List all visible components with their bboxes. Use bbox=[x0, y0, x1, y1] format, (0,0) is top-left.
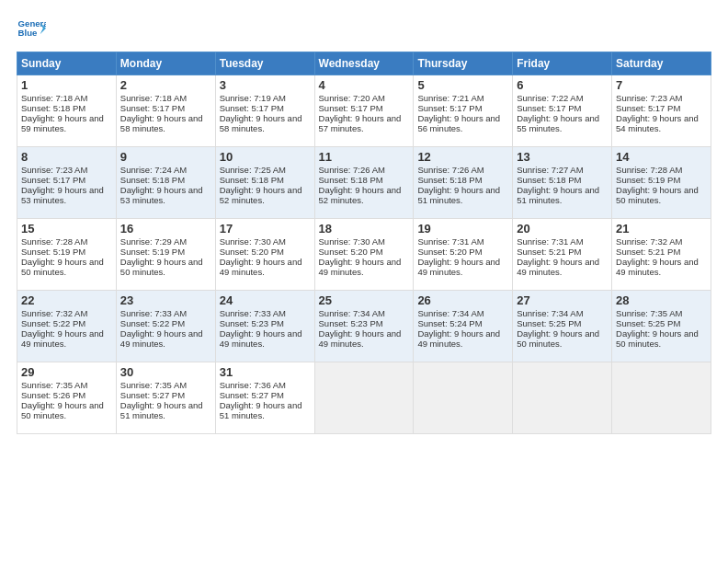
day-header-wednesday: Wednesday bbox=[314, 52, 414, 75]
day-number: 25 bbox=[319, 293, 410, 307]
sunset: Sunset: 5:25 PM bbox=[616, 318, 680, 328]
sunrise: Sunrise: 7:23 AM bbox=[616, 93, 682, 103]
sunrise: Sunrise: 7:35 AM bbox=[616, 308, 682, 318]
calendar-cell: 3Sunrise: 7:19 AMSunset: 5:17 PMDaylight… bbox=[215, 75, 314, 147]
daylight: Daylight: 9 hours and 58 minutes. bbox=[220, 113, 302, 133]
day-number: 16 bbox=[120, 222, 211, 236]
day-number: 3 bbox=[220, 78, 311, 92]
logo-icon: General Blue bbox=[17, 17, 46, 42]
day-number: 5 bbox=[417, 78, 508, 92]
sunrise: Sunrise: 7:35 AM bbox=[21, 380, 87, 390]
sunset: Sunset: 5:18 PM bbox=[120, 175, 185, 185]
daylight: Daylight: 9 hours and 49 minutes. bbox=[517, 257, 599, 277]
calendar-cell: 29Sunrise: 7:35 AMSunset: 5:26 PMDayligh… bbox=[17, 362, 117, 434]
sunset: Sunset: 5:23 PM bbox=[319, 318, 383, 328]
daylight: Daylight: 9 hours and 49 minutes. bbox=[616, 257, 699, 277]
sunset: Sunset: 5:26 PM bbox=[21, 390, 85, 400]
daylight: Daylight: 9 hours and 58 minutes. bbox=[120, 113, 203, 133]
sunset: Sunset: 5:17 PM bbox=[319, 103, 383, 113]
sunset: Sunset: 5:17 PM bbox=[517, 103, 581, 113]
day-header-saturday: Saturday bbox=[612, 52, 711, 75]
sunset: Sunset: 5:17 PM bbox=[417, 103, 482, 113]
day-number: 27 bbox=[517, 293, 608, 307]
calendar-week-5: 29Sunrise: 7:35 AMSunset: 5:26 PMDayligh… bbox=[17, 362, 711, 434]
day-number: 18 bbox=[319, 222, 410, 236]
day-number: 31 bbox=[220, 365, 311, 379]
day-number: 21 bbox=[616, 222, 707, 236]
day-number: 12 bbox=[417, 150, 508, 164]
sunset: Sunset: 5:21 PM bbox=[616, 247, 680, 257]
sunrise: Sunrise: 7:23 AM bbox=[21, 165, 87, 175]
sunrise: Sunrise: 7:30 AM bbox=[319, 236, 385, 247]
daylight: Daylight: 9 hours and 51 minutes. bbox=[220, 400, 302, 420]
sunset: Sunset: 5:24 PM bbox=[417, 318, 482, 328]
calendar-cell: 27Sunrise: 7:34 AMSunset: 5:25 PMDayligh… bbox=[513, 291, 612, 362]
sunrise: Sunrise: 7:29 AM bbox=[120, 236, 187, 247]
calendar-cell: 2Sunrise: 7:18 AMSunset: 5:17 PMDaylight… bbox=[116, 75, 215, 147]
calendar-cell: 10Sunrise: 7:25 AMSunset: 5:18 PMDayligh… bbox=[215, 147, 314, 219]
calendar-cell: 15Sunrise: 7:28 AMSunset: 5:19 PMDayligh… bbox=[17, 219, 117, 291]
calendar-cell: 21Sunrise: 7:32 AMSunset: 5:21 PMDayligh… bbox=[612, 219, 711, 291]
day-number: 26 bbox=[417, 293, 508, 307]
sunrise: Sunrise: 7:25 AM bbox=[220, 165, 286, 175]
sunrise: Sunrise: 7:27 AM bbox=[517, 165, 583, 175]
day-header-friday: Friday bbox=[513, 52, 612, 75]
sunset: Sunset: 5:18 PM bbox=[417, 175, 482, 185]
day-number: 19 bbox=[417, 222, 508, 236]
sunset: Sunset: 5:27 PM bbox=[220, 390, 284, 400]
calendar-cell bbox=[414, 362, 513, 434]
sunrise: Sunrise: 7:20 AM bbox=[319, 93, 385, 103]
calendar-cell: 23Sunrise: 7:33 AMSunset: 5:22 PMDayligh… bbox=[116, 291, 215, 362]
day-header-tuesday: Tuesday bbox=[215, 52, 314, 75]
sunset: Sunset: 5:22 PM bbox=[120, 318, 185, 328]
sunset: Sunset: 5:19 PM bbox=[616, 175, 680, 185]
daylight: Daylight: 9 hours and 50 minutes. bbox=[616, 185, 699, 205]
daylight: Daylight: 9 hours and 50 minutes. bbox=[21, 257, 104, 277]
logo: General Blue bbox=[17, 17, 46, 42]
calendar-cell: 6Sunrise: 7:22 AMSunset: 5:17 PMDaylight… bbox=[513, 75, 612, 147]
sunset: Sunset: 5:17 PM bbox=[220, 103, 284, 113]
sunset: Sunset: 5:25 PM bbox=[517, 318, 581, 328]
daylight: Daylight: 9 hours and 50 minutes. bbox=[21, 400, 104, 420]
daylight: Daylight: 9 hours and 51 minutes. bbox=[417, 185, 500, 205]
day-number: 20 bbox=[517, 222, 608, 236]
daylight: Daylight: 9 hours and 51 minutes. bbox=[517, 185, 599, 205]
daylight: Daylight: 9 hours and 52 minutes. bbox=[319, 185, 402, 205]
daylight: Daylight: 9 hours and 59 minutes. bbox=[21, 113, 104, 133]
day-number: 11 bbox=[319, 150, 410, 164]
calendar-cell: 13Sunrise: 7:27 AMSunset: 5:18 PMDayligh… bbox=[513, 147, 612, 219]
sunrise: Sunrise: 7:31 AM bbox=[517, 236, 583, 247]
sunset: Sunset: 5:18 PM bbox=[220, 175, 284, 185]
daylight: Daylight: 9 hours and 49 minutes. bbox=[417, 257, 500, 277]
calendar-cell: 30Sunrise: 7:35 AMSunset: 5:27 PMDayligh… bbox=[116, 362, 215, 434]
sunset: Sunset: 5:27 PM bbox=[120, 390, 185, 400]
day-number: 2 bbox=[120, 78, 211, 92]
sunrise: Sunrise: 7:31 AM bbox=[417, 236, 483, 247]
sunrise: Sunrise: 7:33 AM bbox=[220, 308, 286, 318]
header: General Blue bbox=[17, 17, 711, 42]
day-number: 9 bbox=[120, 150, 211, 164]
page-container: General Blue SundayMondayTuesdayWednesda… bbox=[0, 0, 728, 443]
day-number: 7 bbox=[616, 78, 707, 92]
sunset: Sunset: 5:23 PM bbox=[220, 318, 284, 328]
daylight: Daylight: 9 hours and 56 minutes. bbox=[417, 113, 500, 133]
day-header-monday: Monday bbox=[116, 52, 215, 75]
day-number: 17 bbox=[220, 222, 311, 236]
sunset: Sunset: 5:19 PM bbox=[120, 247, 185, 257]
sunset: Sunset: 5:18 PM bbox=[21, 103, 85, 113]
sunrise: Sunrise: 7:18 AM bbox=[120, 93, 187, 103]
day-number: 10 bbox=[220, 150, 311, 164]
sunrise: Sunrise: 7:22 AM bbox=[517, 93, 583, 103]
day-number: 4 bbox=[319, 78, 410, 92]
sunrise: Sunrise: 7:36 AM bbox=[220, 380, 286, 390]
sunrise: Sunrise: 7:21 AM bbox=[417, 93, 483, 103]
sunrise: Sunrise: 7:26 AM bbox=[417, 165, 483, 175]
calendar-header: SundayMondayTuesdayWednesdayThursdayFrid… bbox=[17, 52, 711, 75]
sunrise: Sunrise: 7:28 AM bbox=[616, 165, 682, 175]
calendar-cell: 19Sunrise: 7:31 AMSunset: 5:20 PMDayligh… bbox=[414, 219, 513, 291]
daylight: Daylight: 9 hours and 49 minutes. bbox=[319, 257, 402, 277]
calendar-week-3: 15Sunrise: 7:28 AMSunset: 5:19 PMDayligh… bbox=[17, 219, 711, 291]
day-number: 28 bbox=[616, 293, 707, 307]
day-number: 1 bbox=[21, 78, 112, 92]
sunset: Sunset: 5:18 PM bbox=[319, 175, 383, 185]
